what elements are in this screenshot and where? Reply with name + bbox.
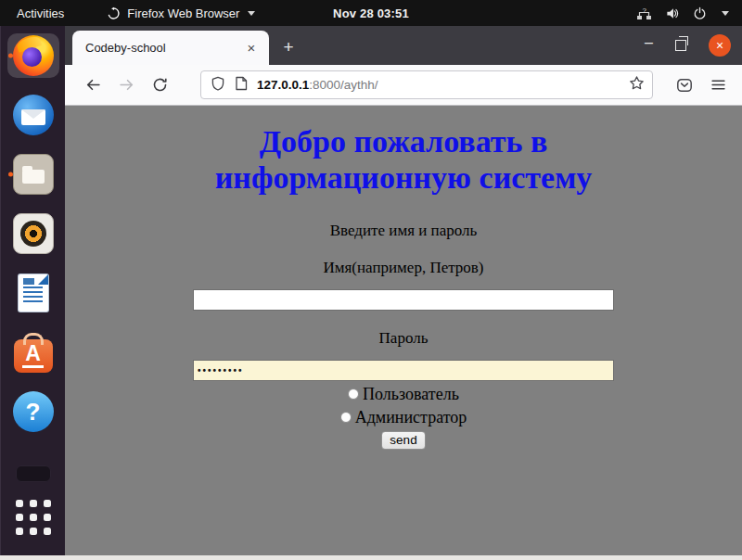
files-icon bbox=[13, 154, 54, 195]
close-window-button[interactable]: × bbox=[709, 34, 731, 57]
dock-item-libreoffice-writer[interactable] bbox=[7, 271, 59, 315]
rhythmbox-icon bbox=[13, 213, 54, 254]
app-menu-button[interactable]: Firefox Web Browser bbox=[107, 6, 255, 20]
bookmark-star-icon[interactable] bbox=[629, 75, 645, 95]
tab-title: Codeby-school bbox=[85, 41, 241, 55]
dock: A ? bbox=[0, 26, 65, 555]
restore-button[interactable] bbox=[675, 40, 686, 51]
radio-user[interactable]: Пользователь bbox=[65, 385, 742, 404]
dock-item-thunderbird[interactable] bbox=[7, 93, 59, 137]
back-button[interactable] bbox=[78, 70, 108, 100]
app-menu-label: Firefox Web Browser bbox=[127, 6, 239, 20]
window-bottom-edge bbox=[0, 555, 742, 560]
chevron-down-icon bbox=[722, 11, 729, 16]
firefox-icon bbox=[107, 6, 121, 20]
radio-admin[interactable]: Администратор bbox=[65, 408, 742, 427]
close-tab-icon[interactable]: × bbox=[241, 38, 262, 58]
clock[interactable]: Nov 28 03:51 bbox=[333, 0, 409, 26]
url-text: 127.0.0.1:8000/aythh/ bbox=[257, 78, 620, 92]
dock-item-ubuntu-software[interactable]: A bbox=[7, 330, 59, 375]
firefox-window: Codeby-school × + – × bbox=[65, 26, 742, 555]
radio-button-icon[interactable] bbox=[348, 388, 359, 400]
page-title: Добро пожаловать в информационную систем… bbox=[144, 124, 663, 197]
dock-item-rhythmbox[interactable] bbox=[7, 211, 59, 256]
tab-codeby-school[interactable]: Codeby-school × bbox=[72, 31, 269, 65]
pocket-icon[interactable] bbox=[670, 70, 699, 100]
firefox-icon bbox=[13, 35, 54, 76]
menu-hamburger-icon[interactable] bbox=[703, 70, 733, 100]
ubuntu-software-icon: A bbox=[14, 339, 53, 373]
reload-button[interactable] bbox=[145, 70, 174, 100]
forward-button[interactable] bbox=[111, 70, 141, 100]
libreoffice-writer-icon bbox=[19, 274, 48, 312]
volume-icon bbox=[665, 6, 680, 20]
system-tray[interactable]: ? bbox=[636, 6, 742, 20]
name-label: Имя(например, Петров) bbox=[65, 259, 742, 277]
password-label: Пароль bbox=[65, 329, 742, 348]
ubuntu-top-bar: Activities Firefox Web Browser Nov 28 03… bbox=[0, 0, 742, 26]
dock-item-trash[interactable] bbox=[7, 464, 59, 484]
network-icon: ? bbox=[636, 6, 652, 20]
dock-item-firefox[interactable] bbox=[7, 33, 59, 78]
chevron-down-icon bbox=[248, 11, 255, 16]
radio-user-label: Пользователь bbox=[363, 385, 459, 404]
radio-admin-label: Администратор bbox=[355, 408, 467, 427]
url-bar[interactable]: 127.0.0.1:8000/aythh/ bbox=[200, 70, 653, 99]
thunderbird-icon bbox=[13, 95, 54, 135]
url-path: :8000/aythh/ bbox=[309, 78, 377, 92]
power-icon bbox=[693, 6, 707, 20]
web-page: Добро пожаловать в информационную систем… bbox=[65, 106, 742, 555]
help-icon: ? bbox=[13, 391, 54, 432]
running-indicator bbox=[8, 172, 13, 177]
page-info-icon[interactable] bbox=[235, 76, 248, 95]
trash-icon bbox=[16, 465, 51, 482]
url-host: 127.0.0.1 bbox=[257, 78, 309, 92]
window-controls: – × bbox=[645, 26, 742, 65]
activities-button[interactable]: Activities bbox=[0, 0, 81, 26]
tab-bar: Codeby-school × + – × bbox=[65, 26, 742, 65]
dock-item-help[interactable]: ? bbox=[7, 389, 59, 434]
radio-button-icon[interactable] bbox=[340, 412, 352, 423]
new-tab-button[interactable]: + bbox=[275, 33, 302, 61]
dock-item-files[interactable] bbox=[7, 152, 59, 197]
minimize-button[interactable]: – bbox=[645, 35, 653, 56]
name-input[interactable] bbox=[193, 289, 614, 311]
dock-item-app-grid[interactable] bbox=[7, 495, 59, 540]
subtitle: Введите имя и пароль bbox=[65, 222, 742, 240]
password-input[interactable] bbox=[193, 360, 614, 381]
navigation-bar: 127.0.0.1:8000/aythh/ bbox=[65, 65, 742, 106]
svg-text:?: ? bbox=[643, 6, 647, 15]
running-indicator bbox=[8, 54, 13, 58]
send-button[interactable]: send bbox=[381, 431, 425, 450]
app-grid-icon bbox=[16, 500, 51, 535]
screen: Activities Firefox Web Browser Nov 28 03… bbox=[0, 0, 742, 560]
shield-icon[interactable] bbox=[211, 76, 225, 95]
